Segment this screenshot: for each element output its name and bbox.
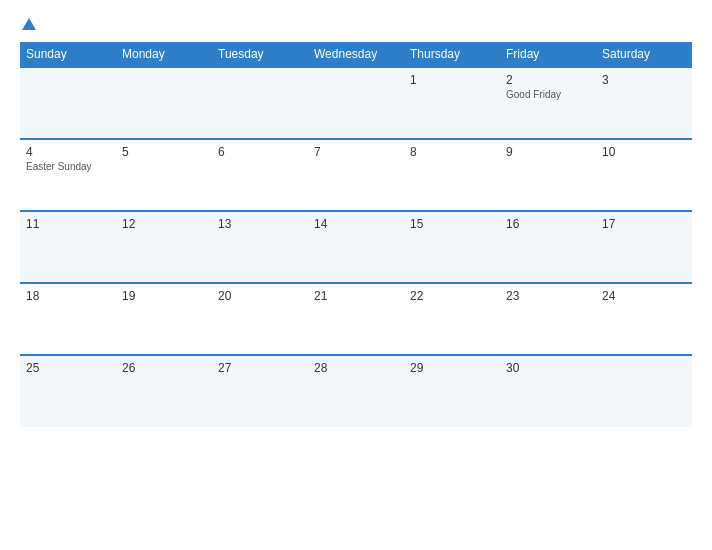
week-row-5: 252627282930 <box>20 355 692 427</box>
calendar-cell <box>596 355 692 427</box>
calendar-cell: 13 <box>212 211 308 283</box>
week-row-3: 11121314151617 <box>20 211 692 283</box>
calendar-cell: 30 <box>500 355 596 427</box>
calendar-cell: 21 <box>308 283 404 355</box>
calendar-cell: 3 <box>596 67 692 139</box>
day-number: 30 <box>506 361 590 375</box>
day-number: 28 <box>314 361 398 375</box>
day-number: 29 <box>410 361 494 375</box>
calendar-cell: 1 <box>404 67 500 139</box>
day-number: 7 <box>314 145 398 159</box>
day-number: 2 <box>506 73 590 87</box>
calendar-cell: 6 <box>212 139 308 211</box>
calendar-cell: 9 <box>500 139 596 211</box>
day-number: 22 <box>410 289 494 303</box>
calendar-cell <box>212 67 308 139</box>
calendar-cell: 29 <box>404 355 500 427</box>
calendar-cell: 14 <box>308 211 404 283</box>
day-number: 3 <box>602 73 686 87</box>
day-number: 9 <box>506 145 590 159</box>
calendar-cell: 10 <box>596 139 692 211</box>
day-number: 11 <box>26 217 110 231</box>
day-header-saturday: Saturday <box>596 42 692 67</box>
week-row-4: 18192021222324 <box>20 283 692 355</box>
calendar-cell <box>308 67 404 139</box>
day-number: 25 <box>26 361 110 375</box>
calendar-cell: 24 <box>596 283 692 355</box>
calendar-cell <box>116 67 212 139</box>
calendar-cell: 16 <box>500 211 596 283</box>
holiday-label: Easter Sunday <box>26 161 110 172</box>
calendar-cell: 20 <box>212 283 308 355</box>
day-number: 21 <box>314 289 398 303</box>
day-header-thursday: Thursday <box>404 42 500 67</box>
calendar-cell: 19 <box>116 283 212 355</box>
calendar-cell: 26 <box>116 355 212 427</box>
week-row-1: 12Good Friday3 <box>20 67 692 139</box>
calendar-cell <box>20 67 116 139</box>
calendar-cell: 25 <box>20 355 116 427</box>
day-number: 12 <box>122 217 206 231</box>
week-row-2: 4Easter Sunday5678910 <box>20 139 692 211</box>
day-number: 5 <box>122 145 206 159</box>
day-number: 27 <box>218 361 302 375</box>
calendar-cell: 17 <box>596 211 692 283</box>
day-number: 1 <box>410 73 494 87</box>
calendar-header-row: SundayMondayTuesdayWednesdayThursdayFrid… <box>20 42 692 67</box>
logo-triangle-icon <box>22 18 36 30</box>
calendar-cell: 22 <box>404 283 500 355</box>
day-number: 20 <box>218 289 302 303</box>
calendar-page: SundayMondayTuesdayWednesdayThursdayFrid… <box>0 0 712 550</box>
day-number: 10 <box>602 145 686 159</box>
day-number: 4 <box>26 145 110 159</box>
calendar-cell: 4Easter Sunday <box>20 139 116 211</box>
day-header-friday: Friday <box>500 42 596 67</box>
day-header-tuesday: Tuesday <box>212 42 308 67</box>
calendar-cell: 11 <box>20 211 116 283</box>
day-number: 13 <box>218 217 302 231</box>
day-number: 24 <box>602 289 686 303</box>
calendar-cell: 12 <box>116 211 212 283</box>
logo <box>20 18 36 32</box>
day-number: 17 <box>602 217 686 231</box>
day-number: 19 <box>122 289 206 303</box>
calendar-cell: 28 <box>308 355 404 427</box>
calendar-table: SundayMondayTuesdayWednesdayThursdayFrid… <box>20 42 692 427</box>
day-number: 26 <box>122 361 206 375</box>
day-number: 16 <box>506 217 590 231</box>
calendar-cell: 27 <box>212 355 308 427</box>
calendar-cell: 7 <box>308 139 404 211</box>
day-header-wednesday: Wednesday <box>308 42 404 67</box>
calendar-cell: 8 <box>404 139 500 211</box>
day-number: 23 <box>506 289 590 303</box>
day-number: 15 <box>410 217 494 231</box>
calendar-cell: 15 <box>404 211 500 283</box>
day-number: 18 <box>26 289 110 303</box>
day-number: 8 <box>410 145 494 159</box>
day-number: 14 <box>314 217 398 231</box>
day-number: 6 <box>218 145 302 159</box>
calendar-cell: 5 <box>116 139 212 211</box>
calendar-cell: 18 <box>20 283 116 355</box>
day-header-sunday: Sunday <box>20 42 116 67</box>
calendar-cell: 2Good Friday <box>500 67 596 139</box>
holiday-label: Good Friday <box>506 89 590 100</box>
calendar-cell: 23 <box>500 283 596 355</box>
day-header-monday: Monday <box>116 42 212 67</box>
header <box>20 18 692 32</box>
